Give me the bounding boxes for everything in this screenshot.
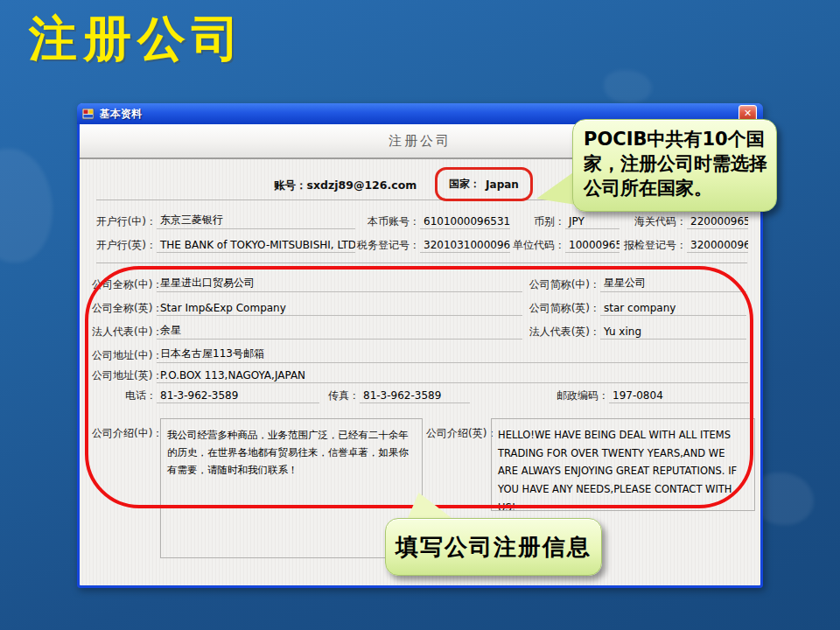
country-highlight-circle: 国家： Japan bbox=[435, 167, 533, 201]
field-address-en: 公司地址(英)： P.O.BOX 113,NAGOYA,JAPAN bbox=[92, 366, 748, 383]
slide-background: 注册公司 基本资料 ✕ 注册公司 账号：sxdzj89@126.com 国家： … bbox=[0, 0, 840, 630]
intro-en-textarea[interactable]: HELLO!WE HAVE BEING DEAL WITH ALL ITEMS … bbox=[491, 418, 755, 511]
field-unit-code: 单位代码： 100009653 bbox=[500, 235, 620, 253]
world-map-watermark bbox=[604, 70, 652, 103]
address-cn-input[interactable]: 日本名古屋113号邮箱 bbox=[157, 346, 748, 363]
field-label: 开户行(中)： bbox=[92, 214, 157, 229]
bank-name-en-input[interactable]: THE BANK of TOKYO-MITSUBISHI, LTD. bbox=[157, 239, 355, 253]
field-label: 本币账号： bbox=[342, 214, 420, 229]
field-company-shortname-cn: 公司简称(中)： 星星公司 bbox=[526, 275, 746, 292]
field-label: 传真： bbox=[309, 388, 360, 403]
field-label: 报检登记号： bbox=[605, 238, 687, 253]
field-inspection-reg-no: 报检登记号： 32000009653 bbox=[605, 235, 748, 253]
address-en-input[interactable]: P.O.BOX 113,NAGOYA,JAPAN bbox=[157, 369, 748, 383]
company-shortname-cn-input[interactable]: 星星公司 bbox=[600, 276, 746, 292]
fax-input[interactable]: 81-3-962-3589 bbox=[360, 389, 470, 403]
company-fullname-cn-input[interactable]: 星星进出口贸易公司 bbox=[157, 276, 522, 292]
field-currency: 币别： JPY bbox=[500, 212, 620, 229]
field-address-cn: 公司地址(中)： 日本名古屋113号邮箱 bbox=[92, 346, 748, 363]
field-label: 电话： bbox=[92, 388, 157, 403]
company-shortname-en-input[interactable]: star company bbox=[600, 302, 746, 316]
field-label: 公司地址(英)： bbox=[92, 368, 157, 383]
field-label: 税务登记号： bbox=[342, 238, 420, 253]
field-company-fullname-en: 公司全称(英)： Star Imp&Exp Company bbox=[92, 298, 522, 316]
field-label: 公司全称(英)： bbox=[92, 301, 157, 316]
field-postcode: 邮政编码： 197-0804 bbox=[526, 386, 749, 403]
postcode-input[interactable]: 197-0804 bbox=[609, 389, 749, 403]
field-legal-rep-cn: 法人代表(中)： 余星 bbox=[92, 322, 522, 340]
field-company-fullname-cn: 公司全称(中)： 星星进出口贸易公司 bbox=[92, 275, 522, 292]
legal-rep-en-input[interactable]: Yu xing bbox=[600, 326, 746, 340]
field-local-account: 本币账号： 6101000096531 bbox=[342, 212, 510, 229]
fill-info-callout: 填写公司注册信息 bbox=[385, 518, 602, 576]
field-label: 公司简称(英)： bbox=[526, 301, 600, 316]
field-label: 币别： bbox=[500, 214, 565, 229]
field-label: 公司介绍(中)： bbox=[92, 426, 157, 441]
inspection-reg-no-input[interactable]: 32000009653 bbox=[687, 239, 748, 253]
account-label: 账号： bbox=[274, 178, 307, 192]
field-label: 公司介绍(英)： bbox=[426, 426, 489, 441]
field-company-shortname-en: 公司简称(英)： star company bbox=[526, 298, 746, 316]
field-label: 公司全称(中)： bbox=[92, 277, 157, 292]
field-legal-rep-en: 法人代表(英)： Yu xing bbox=[526, 322, 746, 340]
legal-rep-cn-input[interactable]: 余星 bbox=[157, 323, 522, 340]
field-label: 邮政编码： bbox=[526, 388, 609, 403]
company-fullname-en-input[interactable]: Star Imp&Exp Company bbox=[157, 302, 522, 316]
field-fax: 传真： 81-3-962-3589 bbox=[309, 386, 470, 403]
dialog-title: 基本资料 bbox=[100, 107, 142, 122]
account-field: 账号：sxdzj89@126.com bbox=[274, 178, 416, 193]
tax-reg-no-input[interactable]: 320103100009653 bbox=[420, 239, 510, 253]
country-label: 国家： bbox=[449, 177, 480, 192]
field-label: 公司地址(中)： bbox=[92, 348, 157, 363]
field-tax-reg-no: 税务登记号： 320103100009653 bbox=[342, 235, 510, 253]
field-label: 开户行(英)： bbox=[92, 238, 157, 253]
field-bank-name-cn: 开户行(中)： 东京三菱银行 bbox=[92, 212, 355, 229]
account-value: sxdzj89@126.com bbox=[307, 178, 417, 192]
field-bank-name-en: 开户行(英)： THE BANK of TOKYO-MITSUBISHI, LT… bbox=[92, 235, 355, 253]
customs-code-input[interactable]: 2200009653 bbox=[687, 215, 748, 229]
country-note-callout: POCIB中共有10个国家，注册公司时需选择公司所在国家。 bbox=[572, 119, 777, 212]
separator bbox=[96, 262, 747, 263]
window-icon bbox=[82, 108, 95, 120]
field-intro-en: 公司介绍(英)： bbox=[426, 424, 489, 441]
field-label: 公司简称(中)： bbox=[526, 277, 600, 292]
intro-cn-textarea[interactable]: 我公司经营多种商品，业务范围广泛，已经有二十余年的历史，在世界各地都有贸易往来，… bbox=[160, 418, 423, 558]
bank-name-cn-input[interactable]: 东京三菱银行 bbox=[157, 213, 355, 229]
field-phone: 电话： 81-3-962-3589 bbox=[92, 386, 319, 403]
country-select[interactable]: Japan bbox=[486, 178, 519, 191]
world-map-watermark bbox=[0, 149, 52, 262]
field-customs-code: 海关代码： 2200009653 bbox=[605, 212, 748, 229]
phone-input[interactable]: 81-3-962-3589 bbox=[157, 389, 319, 403]
field-label: 单位代码： bbox=[500, 238, 565, 253]
slide-title: 注册公司 bbox=[29, 7, 246, 72]
field-label: 海关代码： bbox=[605, 214, 687, 229]
field-label: 法人代表(英)： bbox=[526, 325, 600, 340]
field-intro-cn: 公司介绍(中)： bbox=[92, 424, 157, 441]
local-account-input[interactable]: 6101000096531 bbox=[420, 215, 510, 229]
field-label: 法人代表(中)： bbox=[92, 325, 157, 340]
